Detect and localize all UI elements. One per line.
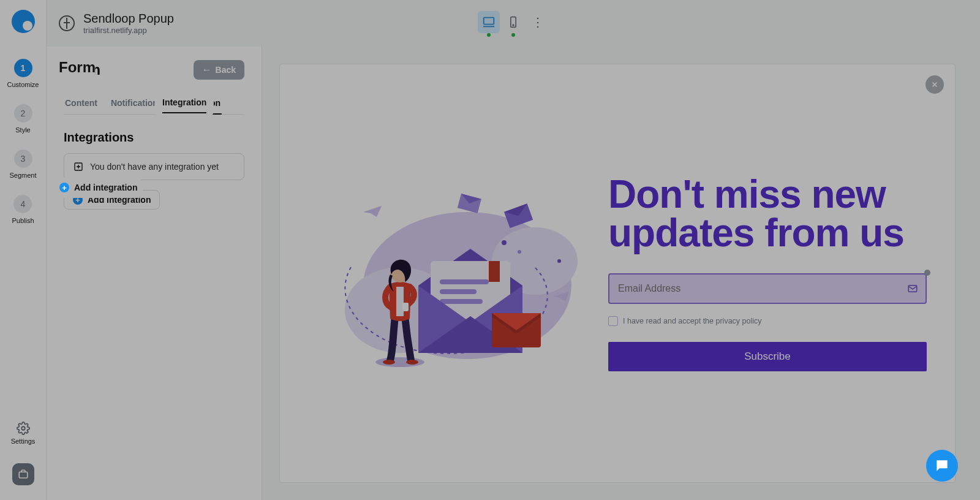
popup-illustration [308,169,596,377]
panel-title-highlighted: Form [59,59,96,76]
gear-icon [17,422,30,435]
field-handle[interactable] [924,270,930,276]
settings-button[interactable]: Settings [11,422,36,445]
popup-preview: Don't miss new updates from us I have re… [279,64,956,483]
add-integration-highlighted[interactable]: + Add integration [59,183,137,192]
step-label: Customize [7,81,39,88]
app-logo[interactable] [12,10,35,33]
step-customize[interactable]: 1 Customize [7,59,39,88]
step-style[interactable]: 2 Style [14,104,32,134]
step-publish[interactable]: 4 Publish [12,195,34,224]
step-number: 2 [14,104,32,123]
step-label: Segment [9,172,36,179]
mobile-icon [507,16,519,28]
status-dot [487,33,491,37]
integrations-heading: Integrations [64,131,244,145]
device-switch: ⋮ [478,11,549,33]
privacy-text[interactable]: I have read and accept the privacy polic… [623,317,762,325]
device-desktop-button[interactable] [478,11,500,33]
email-input[interactable] [608,273,927,304]
back-button[interactable]: ← Back [194,60,244,80]
svg-point-17 [502,240,507,245]
popup-name: Sendloop Popup [83,12,174,26]
svg-rect-1 [19,472,28,478]
left-rail: 1 Customize 2 Style 3 Segment 4 Publish … [0,0,47,500]
privacy-checkbox[interactable] [608,316,618,326]
subscribe-button[interactable]: Subscribe [608,342,927,371]
svg-point-21 [383,360,395,365]
svg-rect-13 [440,299,483,304]
arrow-left-icon: ← [202,64,212,75]
svg-rect-24 [402,303,409,311]
workspace-button[interactable] [12,463,34,485]
popup-heading[interactable]: Don't miss new updates from us [608,175,927,252]
step-number: 3 [14,150,32,168]
mail-icon [907,283,918,294]
more-menu-button[interactable]: ⋮ [527,11,549,33]
plus-icon: + [59,183,69,192]
desktop-icon [482,15,496,29]
svg-point-4 [513,25,514,26]
status-dot [511,33,515,37]
popup-domain: trialfirst.netlify.app [83,26,174,35]
svg-rect-12 [440,289,477,294]
back-label: Back [216,65,236,75]
privacy-row: I have read and accept the privacy polic… [608,316,927,326]
svg-rect-11 [440,279,489,284]
close-icon [930,80,939,89]
tab-content[interactable]: Content [64,94,99,114]
step-number: 1 [14,59,32,77]
step-label: Style [15,126,30,134]
integrations-empty-state: You don't have any integration yet [64,153,244,180]
chat-widget-button[interactable] [926,450,958,482]
sparkle-icon [73,161,84,172]
step-number: 4 [13,195,32,213]
panel-tabs: Content Notifications Integration [64,94,244,115]
device-mobile-button[interactable] [502,11,524,33]
tab-integration-highlighted[interactable]: Integration [162,97,206,113]
svg-point-18 [518,250,521,254]
step-segment[interactable]: 3 Segment [9,150,36,179]
svg-point-19 [557,259,561,263]
popup-close-button[interactable] [925,75,944,94]
settings-label: Settings [11,438,36,445]
step-label: Publish [12,217,34,224]
svg-rect-23 [396,287,404,316]
popup-content: Don't miss new updates from us I have re… [608,175,927,371]
email-field-wrap [608,273,927,304]
add-integration-label: Add integration [74,183,137,192]
integrations-empty-text: You don't have any integration yet [90,162,219,172]
svg-rect-2 [484,18,494,25]
chat-icon [934,458,950,474]
form-side-panel: Form ← Back Content Notifications Integr… [47,47,262,500]
briefcase-icon [18,469,29,480]
globe-icon [59,15,75,31]
svg-point-22 [406,360,418,365]
svg-point-0 [21,426,25,430]
preview-canvas: Don't miss new updates from us I have re… [262,47,980,500]
